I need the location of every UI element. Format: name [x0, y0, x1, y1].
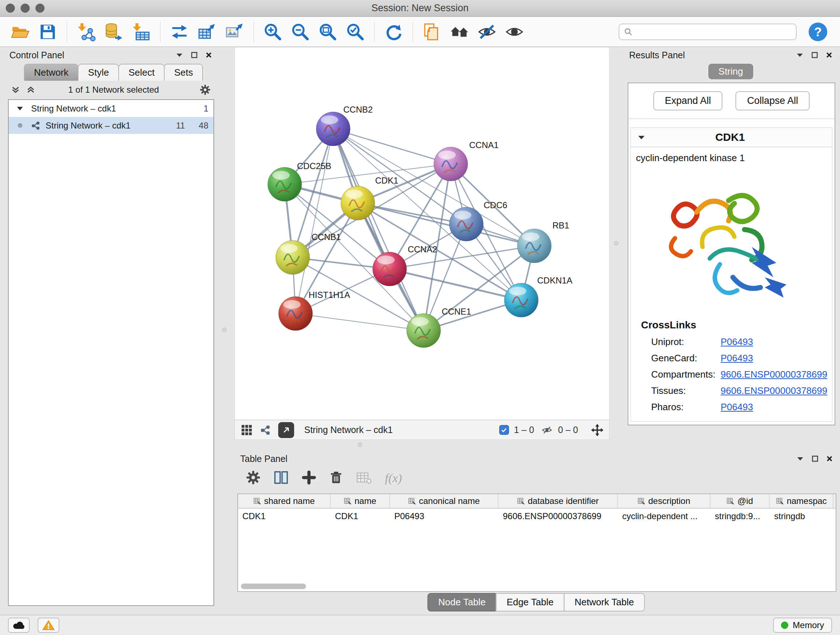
import-table-button[interactable]: [129, 20, 153, 44]
open-in-browser-button[interactable]: [278, 422, 294, 438]
tab-style[interactable]: Style: [78, 64, 119, 81]
warnings-button[interactable]: [38, 618, 59, 633]
column-header-database-identifier[interactable]: database identifier: [499, 494, 618, 508]
network-row-selected[interactable]: String Network – cdk1 11 48: [9, 117, 213, 134]
network-options-gear-button[interactable]: [200, 84, 210, 95]
pharos-link[interactable]: P06493: [721, 402, 753, 413]
show-columns-button[interactable]: [273, 470, 289, 486]
genecard-link[interactable]: P06493: [721, 353, 753, 364]
zoom-out-button[interactable]: [288, 20, 312, 44]
network-view-panel: CCNB2CCNA1CDC25BCDK1CDC6RB1CCNB1CCNA2CDK…: [234, 47, 609, 440]
panel-float-button[interactable]: [812, 455, 818, 462]
network-node-ccnb2[interactable]: CCNB2: [316, 105, 373, 146]
tab-node-table[interactable]: Node Table: [428, 593, 497, 611]
help-button[interactable]: ?: [807, 21, 829, 42]
expand-all-networks-button[interactable]: [26, 85, 35, 95]
expand-all-button[interactable]: Expand All: [653, 91, 723, 111]
memory-button[interactable]: Memory: [773, 618, 832, 633]
search-box[interactable]: [619, 24, 797, 40]
tab-network-table[interactable]: Network Table: [564, 593, 645, 611]
network-edge[interactable]: [333, 129, 424, 331]
column-header-shared-name[interactable]: shared name: [238, 494, 331, 508]
cell-database-identifier[interactable]: 9606.ENSP00000378699: [499, 511, 618, 521]
cell-description[interactable]: cyclin-dependent ...: [618, 511, 711, 521]
collapse-all-button[interactable]: Collapse All: [736, 91, 810, 111]
cloud-status-button[interactable]: [8, 618, 30, 633]
uniprot-link[interactable]: P06493: [721, 336, 753, 348]
network-node-cdkn1a[interactable]: CDKN1A: [504, 276, 572, 317]
network-node-cdk1[interactable]: CDK1: [341, 176, 398, 220]
network-node-ccnb1[interactable]: CCNB1: [276, 232, 341, 274]
panel-collapse-button[interactable]: [797, 456, 804, 461]
horizontal-scrollbar-thumb[interactable]: [241, 584, 306, 589]
panel-close-button[interactable]: [826, 455, 833, 462]
compartments-link[interactable]: 9606.ENSP00000378699: [721, 369, 827, 380]
refresh-button[interactable]: [382, 20, 406, 44]
network-edge[interactable]: [295, 129, 333, 314]
tab-select[interactable]: Select: [118, 64, 164, 81]
tab-string-results[interactable]: String: [708, 64, 753, 79]
column-header-name[interactable]: name: [331, 494, 390, 508]
zoom-fit-button[interactable]: [316, 20, 340, 44]
cell-id[interactable]: stringdb:9...: [711, 511, 770, 521]
export-image-button[interactable]: [223, 20, 246, 44]
open-session-button[interactable]: [8, 20, 32, 44]
column-header-namespace[interactable]: namespac: [770, 494, 834, 508]
network-node-cdc25b[interactable]: CDC25B: [268, 161, 332, 201]
column-header-canonical-name[interactable]: canonical name: [390, 494, 499, 508]
function-builder-button[interactable]: f(x): [385, 471, 402, 485]
node-label: CCNA2: [408, 244, 437, 254]
network-node-rb1[interactable]: RB1: [517, 220, 569, 263]
vertical-splitter-handle[interactable]: [222, 328, 226, 332]
import-network-file-button[interactable]: [74, 20, 98, 44]
search-input[interactable]: [636, 27, 791, 37]
import-network-database-button[interactable]: [102, 20, 126, 44]
vertical-splitter-handle[interactable]: [614, 241, 618, 245]
network-canvas[interactable]: CCNB2CCNA1CDC25BCDK1CDC6RB1CCNB1CCNA2CDK…: [235, 48, 609, 420]
tab-network[interactable]: Network: [24, 64, 79, 81]
export-table-button[interactable]: [195, 20, 219, 44]
panel-float-button[interactable]: [191, 52, 197, 58]
panel-collapse-button[interactable]: [796, 52, 804, 57]
table-row[interactable]: CDK1 CDK1 P06493 9606.ENSP00000378699 cy…: [238, 509, 836, 524]
tab-sets[interactable]: Sets: [164, 64, 203, 81]
zoom-selected-button[interactable]: [343, 20, 367, 44]
column-header-description[interactable]: description: [618, 494, 711, 508]
panel-close-button[interactable]: [205, 52, 212, 58]
duplicate-network-button[interactable]: [420, 20, 444, 44]
column-header-id[interactable]: @id: [711, 494, 770, 508]
delete-column-button[interactable]: [329, 470, 343, 486]
panel-collapse-button[interactable]: [176, 52, 183, 57]
network-node-hist1h1a[interactable]: HIST1H1A: [279, 290, 350, 331]
delete-table-button-disabled[interactable]: [356, 470, 372, 486]
tissues-link[interactable]: 9606.ENSP00000378699: [721, 385, 827, 396]
horizontal-splitter-handle[interactable]: [358, 442, 362, 447]
gene-section-header[interactable]: CDK1: [631, 128, 832, 147]
hide-elements-button[interactable]: [475, 20, 499, 44]
show-elements-button[interactable]: [502, 20, 526, 44]
save-session-button[interactable]: [36, 20, 60, 44]
first-neighbors-button[interactable]: [447, 20, 471, 44]
cell-name[interactable]: CDK1: [331, 511, 390, 521]
network-node-ccne1[interactable]: CCNE1: [407, 307, 471, 348]
tab-edge-table[interactable]: Edge Table: [496, 593, 565, 611]
collapse-all-networks-button[interactable]: [11, 85, 20, 95]
network-node-ccna1[interactable]: CCNA1: [434, 140, 499, 181]
create-column-button[interactable]: [302, 470, 316, 486]
network-edge[interactable]: [333, 129, 451, 164]
panel-close-button[interactable]: [826, 52, 832, 58]
export-image-icon: [224, 22, 245, 42]
export-network-button[interactable]: [167, 20, 191, 44]
cell-canonical-name[interactable]: P06493: [390, 511, 499, 521]
tree-expand-caret-icon[interactable]: [14, 106, 26, 111]
selected-items-checkbox[interactable]: [499, 425, 509, 435]
panel-float-button[interactable]: [812, 52, 818, 58]
zoom-in-button[interactable]: [261, 20, 285, 44]
cell-namespace[interactable]: stringdb: [770, 511, 834, 521]
network-edge[interactable]: [295, 314, 424, 331]
cell-shared-name[interactable]: CDK1: [238, 511, 331, 521]
birdseye-view-button[interactable]: [240, 424, 253, 436]
table-options-gear-button[interactable]: [246, 470, 261, 486]
network-collection-row[interactable]: String Network – cdk1 1: [9, 100, 213, 117]
pan-mode-button[interactable]: [591, 424, 603, 436]
